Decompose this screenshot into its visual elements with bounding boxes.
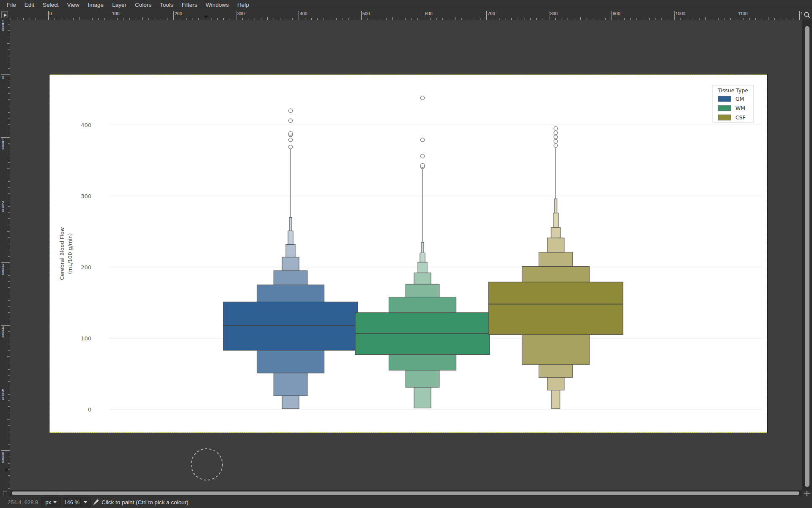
letter-value-box xyxy=(414,273,431,284)
ruler-label: 400 xyxy=(300,11,307,16)
menu-layer[interactable]: Layer xyxy=(108,0,131,9)
vertical-scrollbar[interactable] xyxy=(802,20,812,490)
ruler-tick xyxy=(8,93,10,94)
boxen-plot-image: 0100200300400Cerebral Blood Flow(mL/100 … xyxy=(50,75,768,433)
ruler-tick xyxy=(61,18,61,20)
zoom-value: 146 % xyxy=(63,499,80,505)
letter-value-box xyxy=(551,227,560,238)
ruler-tick xyxy=(562,18,562,20)
image-viewport[interactable]: 0100200300400Cerebral Blood Flow(mL/100 … xyxy=(10,20,802,490)
menu-view[interactable]: View xyxy=(63,0,84,9)
ruler-tick xyxy=(636,18,637,20)
ruler-tick xyxy=(480,18,480,20)
letter-value-box xyxy=(554,199,557,213)
menu-filters[interactable]: Filters xyxy=(177,0,201,9)
ruler-tick xyxy=(8,269,10,269)
ruler-tick xyxy=(668,18,668,20)
letter-value-box xyxy=(547,238,564,252)
y-tick-label: 100 xyxy=(81,335,91,342)
ruler-tick xyxy=(186,18,187,20)
menu-edit[interactable]: Edit xyxy=(20,0,38,9)
zoom-dropdown[interactable]: 146 % xyxy=(63,497,91,507)
ruler-tick xyxy=(242,18,243,20)
ruler-tick xyxy=(737,11,737,20)
ruler-tick xyxy=(8,50,10,50)
ruler-tick xyxy=(7,356,10,357)
ruler-tick xyxy=(8,394,10,395)
ruler-tick xyxy=(8,119,10,119)
ruler-tick xyxy=(7,168,10,169)
letter-value-box xyxy=(539,252,573,267)
ruler-tick xyxy=(762,18,762,20)
ruler-label: 5 0 0 xyxy=(2,389,4,400)
letter-value-box xyxy=(414,387,431,408)
ruler-label: 900 xyxy=(613,11,620,16)
ruler-tick xyxy=(499,18,499,20)
ruler-tick xyxy=(8,213,10,213)
unit-value: px xyxy=(45,499,51,505)
unit-dropdown[interactable]: px xyxy=(41,497,61,507)
ruler-tick xyxy=(781,18,781,20)
ruler-tick xyxy=(249,18,249,20)
ruler-tick xyxy=(8,193,10,194)
zoom-when-resize-button[interactable] xyxy=(802,10,812,20)
ruler-tick xyxy=(718,18,719,20)
outlier-point xyxy=(289,145,293,149)
horizontal-scrollbar-handle[interactable] xyxy=(12,491,799,495)
image-canvas[interactable]: 0100200300400Cerebral Blood Flow(mL/100 … xyxy=(49,75,767,433)
legend-label: GM xyxy=(735,96,744,102)
ruler-tick xyxy=(80,17,80,20)
ruler-tick xyxy=(612,11,612,20)
quick-mask-button[interactable] xyxy=(0,490,10,496)
navigation-button[interactable] xyxy=(802,490,812,496)
ruler-tick xyxy=(8,381,10,382)
outlier-point xyxy=(289,132,293,135)
menu-windows[interactable]: Windows xyxy=(201,0,233,9)
horizontal-scrollbar[interactable] xyxy=(10,490,802,496)
ruler-tick xyxy=(117,18,118,20)
ruler-tick xyxy=(424,11,424,20)
ruler-tick xyxy=(8,375,10,375)
ruler-tick xyxy=(180,18,180,20)
ruler-label: 0 xyxy=(49,11,52,16)
ruler-tick xyxy=(724,18,724,20)
ruler-label: 700 xyxy=(488,11,495,16)
ruler-tick xyxy=(580,17,581,20)
legend-label: CSF xyxy=(735,114,746,121)
ruler-tick xyxy=(411,18,411,20)
ruler-tick xyxy=(8,81,10,81)
ruler-tick xyxy=(223,18,224,20)
ruler-tick xyxy=(380,18,380,20)
ruler-tick xyxy=(7,43,10,44)
ruler-tick xyxy=(8,244,10,244)
ruler-tick xyxy=(8,206,10,207)
ruler-label: 1 0 0 xyxy=(2,138,4,150)
vertical-ruler[interactable]: 1 0 001 0 02 0 03 0 04 0 05 0 06 0 0 xyxy=(0,20,10,490)
outlier-point xyxy=(421,138,425,142)
ruler-tick xyxy=(8,25,10,25)
ruler-tick xyxy=(8,363,10,363)
menu-select[interactable]: Select xyxy=(38,0,63,9)
ruler-tick xyxy=(8,218,10,219)
menu-help[interactable]: Help xyxy=(233,0,253,9)
ruler-tick xyxy=(705,17,706,20)
ruler-origin-button[interactable] xyxy=(0,10,10,20)
vertical-scrollbar-handle[interactable] xyxy=(805,26,809,487)
menu-bar: File Edit Select View Image Layer Colors… xyxy=(0,0,812,10)
ruler-tick xyxy=(8,99,10,100)
ruler-tick xyxy=(8,438,10,438)
ruler-tick xyxy=(173,11,174,20)
ruler-tick xyxy=(511,18,512,20)
menu-file[interactable]: File xyxy=(3,0,20,9)
ruler-tick xyxy=(8,156,10,156)
selection-ellipse xyxy=(188,445,226,483)
ruler-tick xyxy=(793,18,793,20)
menu-colors[interactable]: Colors xyxy=(131,0,156,9)
ruler-tick xyxy=(67,18,67,20)
ruler-tick xyxy=(73,18,74,20)
horizontal-ruler[interactable]: 0100200300400500600700800900100011001200 xyxy=(10,10,802,20)
ruler-tick xyxy=(217,18,218,20)
menu-tools[interactable]: Tools xyxy=(156,0,178,9)
ruler-tick xyxy=(286,18,286,20)
menu-image[interactable]: Image xyxy=(84,0,108,9)
